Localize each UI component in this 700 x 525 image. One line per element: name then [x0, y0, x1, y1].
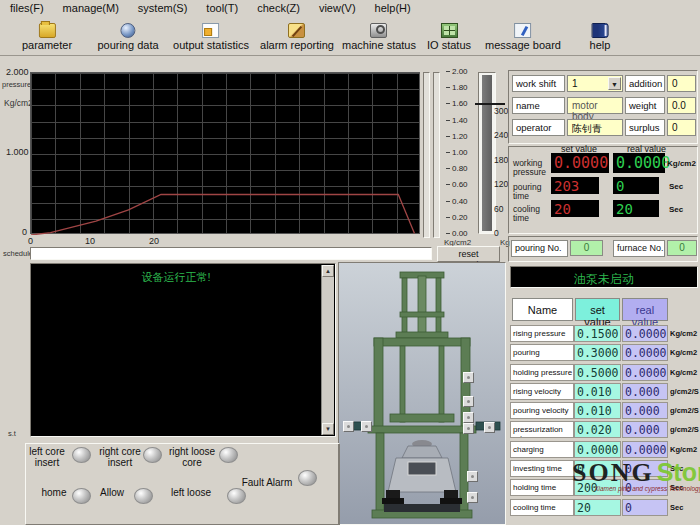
- machine-indicator-button[interactable]: [343, 421, 354, 432]
- right-core-insert-label: right core insert: [96, 446, 144, 468]
- addition-field[interactable]: 0: [667, 75, 696, 92]
- menu-item[interactable]: view(V): [319, 2, 356, 17]
- table-row: rising pressure 0.1500 0.0000 Kg/cm2: [506, 325, 700, 344]
- pressure-scale-tick: 0.40: [446, 196, 478, 207]
- folder-icon: [38, 23, 55, 38]
- allow-button[interactable]: [134, 488, 153, 504]
- parameter-set-cell[interactable]: 20: [574, 499, 621, 516]
- machine-indicator-button[interactable]: [484, 422, 495, 433]
- parameter-name-cell: cooling time: [510, 499, 574, 516]
- weight-gauge-marker[interactable]: [475, 103, 505, 105]
- parameter-name-cell: rising velocity: [510, 383, 574, 400]
- message-scrollbar[interactable]: ▲ ▼: [321, 265, 334, 435]
- scroll-up-icon[interactable]: ▲: [322, 265, 334, 277]
- parameter-name-cell: rising pressure: [510, 325, 574, 342]
- weight-gauge-bar: [482, 75, 492, 231]
- machine-indicator-button[interactable]: [361, 421, 372, 432]
- menu-item[interactable]: files(F): [10, 2, 44, 17]
- scroll-down-icon[interactable]: ▼: [322, 423, 334, 435]
- chart-x-tick-0: 0: [28, 236, 33, 246]
- left-loose-button[interactable]: [227, 488, 246, 504]
- work-shift-value: 1: [572, 78, 578, 89]
- parameter-set-cell[interactable]: 0.010: [574, 383, 621, 400]
- pressure-scale-tick: 1.80: [446, 82, 478, 93]
- allow-label: Allow: [88, 487, 136, 498]
- globe-icon: [120, 23, 135, 38]
- right-loose-core-button[interactable]: [219, 447, 238, 463]
- reset-parameters-button[interactable]: reset parameters: [437, 246, 500, 262]
- parameter-set-cell[interactable]: 0: [574, 460, 621, 477]
- pressure-scale-tick: 0.20: [446, 212, 478, 223]
- parameter-name-cell: investing time: [510, 460, 574, 477]
- chart-y-min: 0: [22, 227, 27, 237]
- toolbar-button[interactable]: parameter: [22, 23, 72, 51]
- working-pressure-set-display: 0.0000: [551, 153, 609, 173]
- table-row: rising velocity 0.010 0.000 g/cm2/S: [506, 383, 700, 402]
- machine-view-panel: [338, 262, 506, 525]
- pressure-scale-tick: 1.00: [446, 147, 478, 158]
- book-icon: [591, 23, 608, 38]
- chart-x-tick-10: 10: [85, 236, 95, 246]
- left-core-insert-button[interactable]: [72, 447, 91, 463]
- pouring-time-label: pouring time: [513, 183, 551, 201]
- weight-gauge-tick: 60: [494, 204, 508, 215]
- machine-indicator-button[interactable]: [463, 372, 474, 383]
- weight-gauge-scale: 300240180120600: [494, 106, 508, 239]
- toolbar-button[interactable]: output statistics: [173, 23, 249, 51]
- toolbar-button[interactable]: pouring data: [97, 23, 158, 51]
- toolbar-button[interactable]: machine status: [342, 23, 416, 51]
- toolbar-button[interactable]: help: [590, 23, 611, 51]
- parameter-set-cell[interactable]: 0.5000: [574, 364, 621, 381]
- chart-slider-right[interactable]: [433, 72, 440, 238]
- parameter-name-cell: pouring pressure: [510, 344, 574, 361]
- menu-item[interactable]: system(S): [138, 2, 188, 17]
- right-core-insert-button[interactable]: [143, 447, 162, 463]
- st-label: s.t: [8, 429, 16, 438]
- parameter-set-cell[interactable]: 200: [574, 479, 621, 496]
- machine-indicator-button[interactable]: [463, 396, 474, 407]
- parameter-set-cell[interactable]: 0.0000: [574, 441, 621, 458]
- parameter-set-cell[interactable]: 0.020: [574, 421, 621, 438]
- surplus-label: surplus: [625, 119, 665, 136]
- fault-alarm-lamp[interactable]: [298, 470, 317, 486]
- chart-slider-left[interactable]: [423, 72, 430, 238]
- machine-indicator-button[interactable]: [463, 412, 474, 423]
- menu-item[interactable]: manage(M): [63, 2, 119, 17]
- parameter-real-cell: 0.0000: [622, 364, 668, 381]
- toolbar-button[interactable]: IO status: [427, 23, 471, 51]
- machine-indicator-button[interactable]: [463, 423, 474, 434]
- working-pressure-label: working pressure: [513, 159, 551, 177]
- key-icon: [370, 23, 387, 38]
- name-field[interactable]: motor body: [567, 97, 623, 114]
- cooling-time-label: cooling time: [513, 205, 551, 223]
- chevron-down-icon[interactable]: ▼: [608, 77, 621, 90]
- pressure-scale-tick: 0.60: [446, 179, 478, 190]
- weight-gauge-tick: 180: [494, 155, 508, 166]
- menu-item[interactable]: help(H): [375, 2, 411, 17]
- parameter-set-cell[interactable]: 0.3000: [574, 344, 621, 361]
- grid-icon: [441, 23, 458, 38]
- home-label: home: [30, 487, 78, 498]
- machine-indicator-button[interactable]: [467, 492, 478, 503]
- weight-gauge-tick: 120: [494, 179, 508, 190]
- parameter-set-cell[interactable]: 0.1500: [574, 325, 621, 342]
- job-info-panel: work shift 1 ▼ addition 0 name motor bod…: [508, 70, 698, 144]
- table-header-set: set value: [575, 298, 620, 321]
- menu-item[interactable]: check(Z): [257, 2, 300, 17]
- counters-panel: pouring No. 0 furnace No. 0: [508, 236, 698, 262]
- toolbar-button[interactable]: alarm reporting: [260, 23, 334, 51]
- work-shift-label: work shift: [512, 75, 565, 92]
- work-shift-select[interactable]: 1 ▼: [567, 75, 623, 92]
- menu-item[interactable]: tool(T): [206, 2, 238, 17]
- parameter-set-cell[interactable]: 0.010: [574, 402, 621, 419]
- toolbar-button[interactable]: message board: [485, 23, 561, 51]
- parameter-real-cell: 0.000: [622, 421, 668, 438]
- weight-field[interactable]: 0.0: [667, 97, 696, 114]
- schedule-progress-bar: [30, 247, 432, 260]
- weight-label: weight: [625, 97, 665, 114]
- operator-field[interactable]: 陈钊青: [567, 119, 623, 136]
- pump-status-banner: 油泵未启动: [510, 266, 698, 288]
- parameter-real-cell: 0.000: [622, 383, 668, 400]
- surplus-field[interactable]: 0: [667, 119, 696, 136]
- machine-indicator-button[interactable]: [467, 471, 478, 482]
